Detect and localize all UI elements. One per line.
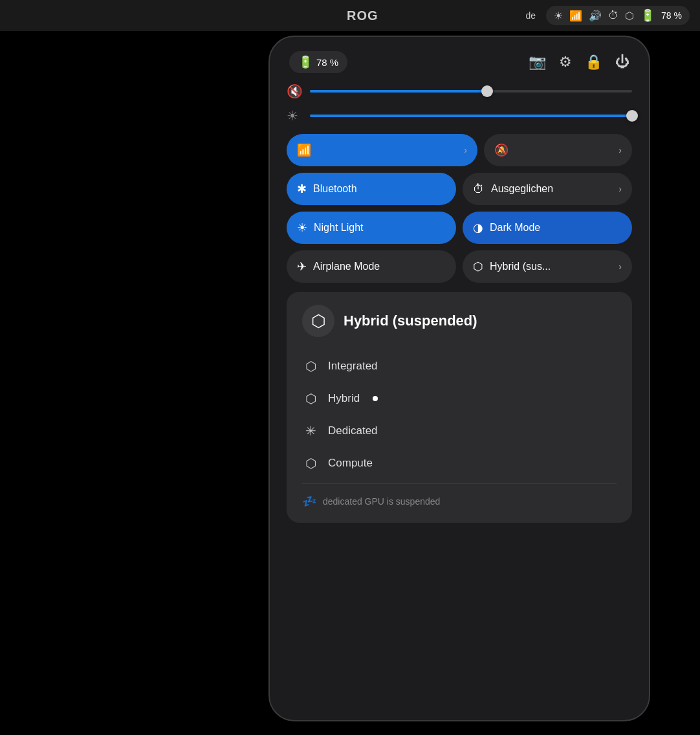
notifications-chevron: › (618, 145, 622, 155)
header-action-icons[interactable]: 📷 ⚙ 🔒 ⏻ (529, 54, 629, 71)
panel-header: 🔋 78 % 📷 ⚙ 🔒 ⏻ (270, 37, 649, 83)
sound-profile-chevron: › (618, 184, 622, 194)
integrated-label: Integrated (328, 360, 378, 373)
hybrid-chevron: › (618, 261, 622, 272)
lock-icon[interactable]: 🔒 (585, 54, 602, 71)
option-dedicated[interactable]: ✳ Dedicated (302, 415, 617, 447)
dropdown-title: Hybrid (suspended) (344, 313, 477, 329)
brightness-icon: ☀ (554, 10, 563, 22)
battery-percentage-panel: 78 % (316, 57, 338, 68)
brightness-icon-slider: ☀ (287, 108, 302, 124)
compute-label: Compute (328, 457, 373, 470)
night-light-label: Night Light (314, 222, 446, 234)
hybrid-option-icon: ⬡ (302, 391, 319, 406)
volume-fill (310, 90, 487, 93)
toggle-row-1: 📶 › 🔕 › (287, 134, 632, 166)
brightness-fill (310, 115, 632, 117)
airplane-icon: ✈ (297, 259, 307, 274)
toggles-section: 📶 › 🔕 › ✱ Bluetooth ⏱ Ausgeglichen › ☀ (270, 134, 649, 283)
gpu-status-text: dedicated GPU is suspended (323, 496, 440, 507)
option-hybrid[interactable]: ⬡ Hybrid (302, 382, 617, 415)
wifi-chevron: › (464, 145, 467, 155)
hybrid-selected-dot (373, 396, 378, 401)
bluetooth-toggle[interactable]: ✱ Bluetooth (287, 173, 456, 205)
dark-mode-icon: ◑ (473, 221, 483, 235)
language-indicator: de (526, 10, 536, 21)
sound-profile-label: Ausgeglichen (491, 183, 612, 195)
night-light-icon: ☀ (297, 221, 307, 235)
wifi-toggle[interactable]: 📶 › (287, 134, 477, 166)
airplane-mode-toggle[interactable]: ✈ Airplane Mode (287, 250, 456, 283)
wifi-icon-toggle: 📶 (297, 143, 311, 157)
dedicated-icon: ✳ (302, 423, 319, 439)
rog-logo: ROG (347, 8, 378, 23)
dropdown-status: 💤 dedicated GPU is suspended (302, 488, 617, 510)
dedicated-label: Dedicated (328, 424, 378, 437)
battery-icon-panel: 🔋 (298, 55, 312, 69)
power-icon[interactable]: ⏻ (615, 54, 629, 71)
sound-profile-icon: ⏱ (473, 182, 485, 196)
quick-settings-panel: 🔋 78 % 📷 ⚙ 🔒 ⏻ 🔇 ☀ (268, 36, 650, 721)
hybrid-icon: ⬡ (473, 259, 483, 274)
hybrid-option-label: Hybrid (328, 392, 360, 405)
brightness-thumb[interactable] (626, 110, 638, 122)
notifications-icon: 🔕 (494, 143, 509, 157)
volume-thumb[interactable] (481, 85, 493, 97)
airplane-label: Airplane Mode (313, 261, 446, 272)
option-compute[interactable]: ⬡ Compute (302, 447, 617, 479)
screenshot-icon[interactable]: 📷 (529, 54, 546, 71)
compute-icon: ⬡ (302, 455, 319, 471)
brightness-slider[interactable] (310, 115, 632, 117)
bluetooth-label: Bluetooth (313, 183, 446, 195)
night-light-toggle[interactable]: ☀ Night Light (287, 212, 456, 244)
brightness-slider-row: ☀ (287, 108, 632, 124)
dropdown-header: ⬡ Hybrid (suspended) (302, 305, 617, 337)
battery-icon: 🔋 (640, 8, 655, 23)
toggle-row-4: ✈ Airplane Mode ⬡ Hybrid (sus... › (287, 250, 632, 283)
volume-icon: 🔊 (589, 10, 602, 22)
dropdown-header-icon: ⬡ (302, 305, 334, 337)
hybrid-mode-toggle[interactable]: ⬡ Hybrid (sus... › (463, 250, 632, 283)
integrated-icon: ⬡ (302, 358, 319, 374)
dark-mode-toggle[interactable]: ◑ Dark Mode (463, 212, 632, 244)
volume-slider-row: 🔇 (287, 83, 632, 99)
settings-icon[interactable]: ⚙ (559, 54, 572, 71)
dark-mode-label: Dark Mode (490, 222, 622, 234)
dropdown-divider (302, 483, 617, 484)
bluetooth-icon: ✱ (297, 182, 307, 196)
toggle-row-3: ☀ Night Light ◑ Dark Mode (287, 212, 632, 244)
cpu-icon: ⬡ (625, 10, 634, 22)
wifi-icon: 📶 (569, 10, 582, 22)
dropdown-options: ⬡ Integrated ⬡ Hybrid ✳ Dedicated ⬡ Comp… (302, 350, 617, 479)
notifications-toggle[interactable]: 🔕 › (484, 134, 632, 166)
hybrid-label: Hybrid (sus... (490, 261, 612, 272)
volume-slider[interactable] (310, 90, 632, 93)
battery-badge: 🔋 78 % (289, 51, 347, 73)
sound-profile-toggle[interactable]: ⏱ Ausgeglichen › (463, 173, 632, 205)
system-tray: ☀ 📶 🔊 ⏱ ⬡ 🔋 78 % (546, 6, 690, 25)
top-bar: ROG de ☀ 📶 🔊 ⏱ ⬡ 🔋 78 % (0, 0, 700, 31)
sleep-icon: 💤 (302, 494, 316, 509)
battery-percentage-topbar: 78 % (661, 10, 682, 21)
volume-mute-icon: 🔇 (287, 83, 302, 99)
sliders-section: 🔇 ☀ (270, 83, 649, 124)
option-integrated[interactable]: ⬡ Integrated (302, 350, 617, 382)
toggle-row-2: ✱ Bluetooth ⏱ Ausgeglichen › (287, 173, 632, 205)
hybrid-dropdown-panel: ⬡ Hybrid (suspended) ⬡ Integrated ⬡ Hybr… (287, 292, 632, 523)
timer-icon: ⏱ (608, 10, 618, 21)
